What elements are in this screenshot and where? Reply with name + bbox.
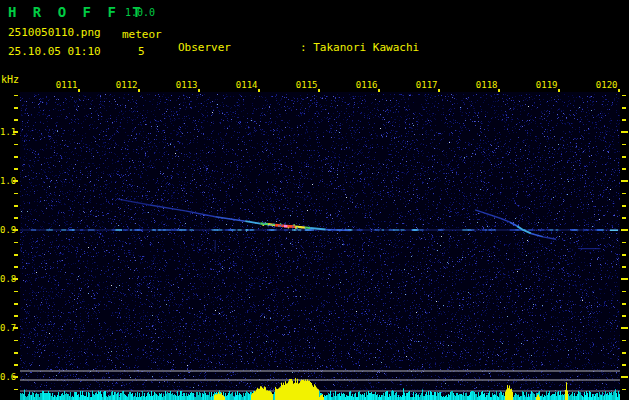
freq-major-tick [621,180,628,182]
freq-tick-label: 1.0 [0,176,12,186]
freq-minor-tick [14,217,18,219]
time-tick-label: 0120 [590,80,618,90]
freq-minor-tick [622,242,626,244]
freq-minor-tick [14,254,18,256]
freq-minor-tick [622,168,626,170]
freq-minor-tick [14,340,18,342]
freq-minor-tick [14,352,18,354]
freq-minor-tick [622,389,626,391]
freq-minor-tick [14,266,18,268]
info-label: Observer [178,41,300,54]
freq-tick-label: 0.9 [0,225,12,235]
info-row-observer: Observer: Takanori Kawachi [178,41,552,54]
freq-minor-tick [14,193,18,195]
mode-label: meteor [122,28,162,41]
freq-minor-tick [622,156,626,158]
info-value: Takanori Kawachi [313,41,419,54]
freq-minor-tick [14,291,18,293]
freq-major-tick [13,180,18,182]
output-filename: 2510050110.png [8,26,101,39]
freq-tick-label: 0.6 [0,372,12,382]
frame-datetime: 25.10.05 01:10 [8,45,101,58]
app-version: 1.0.0 [125,7,155,18]
freq-minor-tick [14,364,18,366]
freq-minor-tick [14,119,18,121]
meteor-count: 5 [138,45,145,58]
freq-minor-tick [622,205,626,207]
freq-minor-tick [622,193,626,195]
freq-minor-tick [622,254,626,256]
freq-minor-tick [14,107,18,109]
info-sep: : [300,41,313,54]
time-tick-label: 0112 [110,80,138,90]
time-tick-label: 0115 [290,80,318,90]
time-tick-label: 0114 [230,80,258,90]
freq-major-tick [621,131,628,133]
time-tick-label: 0117 [410,80,438,90]
freq-major-tick [13,278,18,280]
freq-minor-tick [14,205,18,207]
freq-minor-tick [14,95,18,97]
freq-minor-tick [622,315,626,317]
time-tick-label: 0111 [50,80,78,90]
freq-minor-tick [622,303,626,305]
freq-minor-tick [622,352,626,354]
freq-major-tick [621,376,628,378]
time-tick-label: 0118 [470,80,498,90]
freq-minor-tick [14,168,18,170]
time-tick-label: 0113 [170,80,198,90]
freq-tick-label: 0.7 [0,323,12,333]
freq-minor-tick [622,95,626,97]
freq-minor-tick [14,303,18,305]
time-tick-label: 0119 [530,80,558,90]
freq-minor-tick [622,266,626,268]
freq-tick-label: 1.1 [0,127,12,137]
freq-minor-tick [14,315,18,317]
freq-minor-tick [622,291,626,293]
freq-axis-unit: kHz [1,74,19,85]
freq-major-tick [13,327,18,329]
freq-major-tick [13,376,18,378]
freq-minor-tick [622,119,626,121]
freq-major-tick [621,229,628,231]
freq-major-tick [13,131,18,133]
spectrogram-canvas [20,92,620,400]
freq-minor-tick [622,364,626,366]
freq-minor-tick [14,242,18,244]
freq-minor-tick [14,156,18,158]
freq-minor-tick [622,217,626,219]
time-tick-label: 0116 [350,80,378,90]
freq-minor-tick [622,107,626,109]
freq-minor-tick [14,144,18,146]
freq-major-tick [621,327,628,329]
freq-minor-tick [622,340,626,342]
freq-minor-tick [14,389,18,391]
freq-minor-tick [622,144,626,146]
freq-tick-label: 0.8 [0,274,12,284]
freq-major-tick [13,229,18,231]
hrofft-output: H R O F F T 1.0.0 2510050110.png meteor … [0,0,629,400]
freq-major-tick [621,278,628,280]
